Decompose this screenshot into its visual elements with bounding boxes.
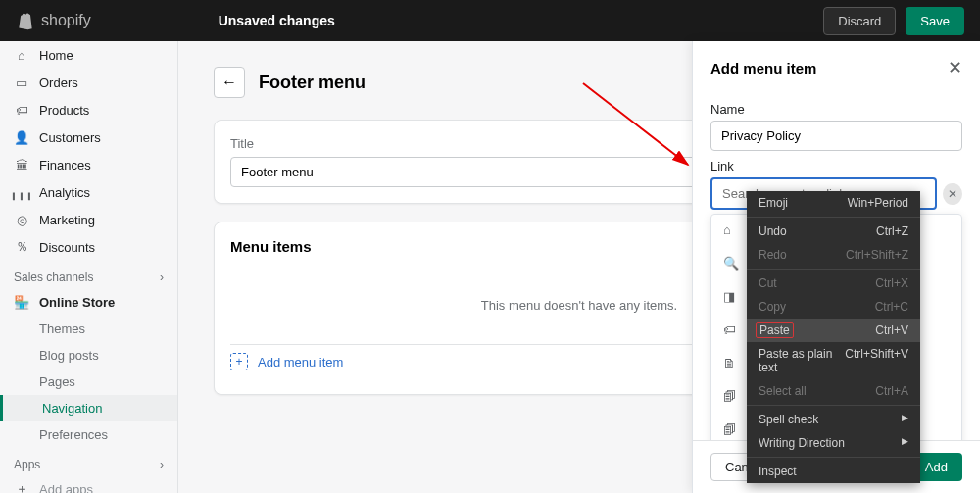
clear-link-button[interactable]: ✕	[943, 183, 962, 205]
unsaved-changes-label: Unsaved changes	[219, 13, 335, 28]
sales-channels-header: Sales channels›	[0, 261, 177, 288]
ctx-paste-plain[interactable]: Paste as plain textCtrl+Shift+V	[747, 342, 920, 379]
back-button[interactable]: ←	[214, 67, 245, 98]
sidebar-subitem-preferences[interactable]: Preferences	[0, 421, 177, 448]
apps-header: Apps›	[0, 448, 177, 475]
name-input[interactable]	[710, 121, 962, 151]
sidebar-item-home[interactable]: ⌂Home	[0, 41, 177, 69]
ctx-paste[interactable]: PasteCtrl+V	[747, 319, 920, 342]
bank-icon: 🏛	[14, 157, 29, 173]
chevron-right-icon[interactable]: ›	[160, 458, 164, 471]
ctx-inspect[interactable]: Inspect	[747, 460, 920, 483]
discount-icon: ％	[14, 239, 29, 255]
sidebar-subitem-navigation[interactable]: Navigation	[0, 395, 177, 421]
context-menu: EmojiWin+Period UndoCtrl+Z RedoCtrl+Shif…	[747, 191, 920, 483]
ctx-emoji[interactable]: EmojiWin+Period	[747, 191, 920, 215]
arrow-left-icon: ←	[221, 74, 237, 91]
chevron-right-icon[interactable]: ›	[160, 271, 164, 284]
close-button[interactable]: ✕	[948, 57, 962, 78]
sidebar-item-orders[interactable]: ▭Orders	[0, 69, 177, 96]
analytics-icon: ╻╻╻	[14, 184, 29, 200]
blogpost-icon: 🗐	[723, 422, 741, 440]
search-icon: 🔍	[723, 256, 741, 273]
sidebar-subitem-blog-posts[interactable]: Blog posts	[0, 342, 177, 369]
ctx-select-all: Select allCtrl+A	[747, 379, 920, 403]
top-bar: shopify Unsaved changes Discard Save	[0, 0, 980, 41]
save-button[interactable]: Save	[906, 7, 964, 35]
sidebar-item-marketing[interactable]: ◎Marketing	[0, 206, 177, 233]
collections-icon: ◨	[723, 289, 741, 307]
name-field-label: Name	[710, 102, 962, 117]
home-icon: ⌂	[723, 222, 741, 240]
sidebar-item-online-store[interactable]: 🏪Online Store	[0, 288, 177, 316]
discard-button[interactable]: Discard	[823, 7, 896, 35]
sidebar-item-add-apps[interactable]: ＋Add apps	[0, 475, 177, 493]
panel-title: Add menu item	[710, 60, 816, 76]
plus-dashed-icon: +	[230, 353, 248, 370]
plus-icon: ＋	[14, 481, 29, 493]
home-icon: ⌂	[14, 47, 29, 63]
sidebar: ⌂Home ▭Orders 🏷Products 👤Customers 🏛Fina…	[0, 41, 178, 493]
page-icon: 🗎	[723, 356, 741, 373]
target-icon: ◎	[14, 212, 29, 227]
person-icon: 👤	[14, 129, 29, 145]
ctx-redo: RedoCtrl+Shift+Z	[747, 243, 920, 267]
sidebar-item-analytics[interactable]: ╻╻╻Analytics	[0, 178, 177, 206]
ctx-writing-direction[interactable]: Writing Direction▶	[747, 431, 920, 455]
orders-icon: ▭	[14, 74, 29, 90]
chevron-right-icon: ▶	[902, 436, 908, 450]
sidebar-subitem-pages[interactable]: Pages	[0, 369, 177, 395]
ctx-copy: CopyCtrl+C	[747, 295, 920, 319]
ctx-undo[interactable]: UndoCtrl+Z	[747, 220, 920, 243]
sidebar-item-finances[interactable]: 🏛Finances	[0, 151, 177, 178]
shopify-logo: shopify	[16, 11, 91, 30]
chevron-right-icon: ▶	[902, 413, 908, 426]
blog-icon: 🗐	[723, 389, 741, 407]
sidebar-item-products[interactable]: 🏷Products	[0, 96, 177, 123]
sidebar-subitem-themes[interactable]: Themes	[0, 316, 177, 342]
sidebar-item-discounts[interactable]: ％Discounts	[0, 233, 177, 261]
ctx-cut: CutCtrl+X	[747, 271, 920, 295]
page-title: Footer menu	[259, 73, 366, 93]
link-field-label: Link	[710, 159, 962, 173]
sidebar-item-customers[interactable]: 👤Customers	[0, 123, 177, 151]
tag-icon: 🏷	[723, 322, 741, 340]
ctx-spell-check[interactable]: Spell check▶	[747, 408, 920, 431]
tag-icon: 🏷	[14, 102, 29, 118]
logo-text: shopify	[41, 12, 91, 29]
store-icon: 🏪	[14, 294, 29, 310]
